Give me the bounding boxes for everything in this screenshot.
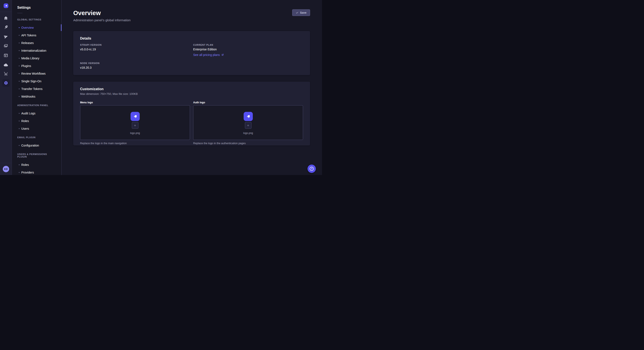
auth-logo-dropzone[interactable]: logo.png — [193, 105, 303, 140]
main-nav-rail: KD — [0, 0, 12, 175]
strapi-logo-icon — [246, 114, 251, 119]
sidebar-item-email-configuration[interactable]: Configuration — [12, 142, 61, 149]
sidebar-title: Settings — [17, 6, 61, 9]
sidebar-item-admin-roles[interactable]: Roles — [12, 117, 61, 125]
bullet-icon — [19, 58, 20, 59]
external-link-icon — [221, 54, 224, 56]
strapi-version-label: STRAPI VERSION — [80, 44, 102, 46]
bullet-icon — [19, 113, 20, 114]
customization-constraints: Max dimension: 750×750, Max file size: 1… — [80, 92, 303, 95]
sidebar-item-api-tokens[interactable]: API Tokens — [12, 31, 61, 39]
bullet-icon — [19, 128, 20, 129]
bullet-icon — [19, 65, 20, 66]
sidebar-item-media-library[interactable]: Media Library — [12, 54, 61, 62]
sidebar-item-review-workflows[interactable]: Review Workflows — [12, 70, 61, 77]
strapi-logo[interactable] — [4, 3, 8, 8]
auth-logo-hint: Replace the logo in the authentication p… — [193, 142, 303, 145]
current-plan-field: CURRENT PLAN Enterprise Edition — [193, 44, 217, 51]
paper-plane-icon[interactable] — [0, 34, 12, 39]
sidebar-item-internationalization[interactable]: Internationalization — [12, 47, 61, 54]
bullet-icon — [19, 73, 20, 74]
menu-logo-filename: logo.png — [130, 132, 140, 135]
strapi-logo-icon — [5, 4, 8, 7]
bullet-icon — [19, 50, 20, 51]
user-avatar[interactable]: KD — [3, 166, 9, 172]
sidebar-item-transfer-tokens[interactable]: Transfer Tokens — [12, 85, 61, 93]
sidebar-item-overview[interactable]: Overview — [12, 24, 61, 31]
bullet-icon — [19, 27, 20, 28]
menu-logo-preview — [130, 112, 140, 121]
sidebar-item-admin-users[interactable]: Users — [12, 125, 61, 133]
strapi-version-value: v5.0.0-rc.19 — [80, 48, 102, 51]
auth-logo-upload: Auth logo logo.png — [193, 101, 303, 145]
details-card: Details STRAPI VERSION v5.0.0-rc.19 CURR… — [73, 31, 310, 75]
current-plan-value: Enterprise Edition — [193, 48, 217, 51]
rail-divider-top — [0, 12, 12, 12]
bullet-icon — [19, 121, 20, 121]
media-library-icon[interactable] — [0, 43, 12, 49]
bullet-icon — [19, 172, 20, 173]
gear-icon — [4, 81, 8, 85]
page-title: Overview — [73, 9, 310, 16]
plus-icon — [246, 124, 250, 127]
help-button[interactable]: ? — [308, 165, 316, 173]
customization-card: Customization Max dimension: 750×750, Ma… — [73, 82, 310, 146]
page-header: Overview Administration panel’s global i… — [73, 0, 310, 22]
plus-icon — [134, 124, 136, 127]
cloud-icon[interactable] — [0, 62, 12, 68]
page-subtitle: Administration panel’s global informatio… — [73, 18, 310, 22]
bullet-icon — [19, 88, 20, 89]
auth-logo-label: Auth logo — [193, 101, 303, 104]
settings-nav-active[interactable] — [2, 79, 10, 87]
strapi-version-field: STRAPI VERSION v5.0.0-rc.19 — [80, 44, 102, 51]
sidebar-item-single-sign-on[interactable]: Single Sign-On — [12, 77, 61, 85]
menu-logo-label: Menu logo — [80, 101, 190, 104]
menu-logo-upload: Menu logo logo.png — [80, 101, 190, 145]
sidebar-item-audit-logs[interactable]: Audit Logs — [12, 110, 61, 117]
section-administration-panel: ADMINISTRATION PANEL — [17, 104, 56, 107]
auth-logo-filename: logo.png — [243, 132, 253, 135]
sidebar-item-up-roles[interactable]: Roles — [12, 161, 61, 169]
menu-logo-dropzone[interactable]: logo.png — [80, 105, 190, 140]
question-mark-icon: ? — [310, 167, 314, 171]
node-version-field: NODE VERSION v18.20.3 — [80, 62, 100, 69]
sidebar-item-plugins[interactable]: Plugins — [12, 62, 61, 70]
section-users-permissions-plugin: USERS & PERMISSIONS PLUGIN — [17, 153, 56, 158]
cart-icon[interactable] — [0, 71, 12, 77]
sidebar-item-up-providers[interactable]: Providers — [12, 169, 61, 175]
bullet-icon — [19, 35, 20, 36]
check-icon — [296, 11, 298, 14]
bullet-icon — [19, 145, 20, 146]
bullet-icon — [19, 81, 20, 82]
layout-icon[interactable] — [0, 52, 12, 58]
customization-card-title: Customization — [80, 87, 303, 91]
home-icon[interactable] — [0, 15, 12, 21]
current-plan-label: CURRENT PLAN — [193, 44, 217, 46]
sidebar-item-webhooks[interactable]: Webhooks — [12, 93, 61, 100]
save-button[interactable]: Save — [292, 9, 310, 16]
strapi-logo-icon — [132, 114, 138, 119]
section-global-settings: GLOBAL SETTINGS — [17, 18, 56, 21]
auth-logo-preview — [244, 112, 253, 121]
sidebar-title-divider — [17, 13, 22, 13]
logo-uploads-row: Menu logo logo.png — [80, 101, 303, 145]
bullet-icon — [19, 96, 20, 97]
strapi-admin-settings-page: KD Settings GLOBAL SETTINGS Overview API… — [0, 0, 322, 175]
settings-sidebar: Settings GLOBAL SETTINGS Overview API To… — [12, 0, 62, 175]
main-content: Overview Administration panel’s global i… — [62, 0, 322, 175]
add-menu-logo-button[interactable] — [132, 122, 138, 129]
pricing-plans-link[interactable]: See all pricing plans — [193, 53, 224, 57]
add-auth-logo-button[interactable] — [245, 122, 252, 129]
sidebar-item-releases[interactable]: Releases — [12, 39, 61, 47]
rail-divider-bottom — [0, 163, 12, 163]
bullet-icon — [19, 164, 20, 165]
bullet-icon — [19, 42, 20, 43]
node-version-label: NODE VERSION — [80, 62, 100, 64]
feather-icon[interactable] — [0, 24, 12, 30]
node-version-value: v18.20.3 — [80, 66, 100, 69]
section-email-plugin: EMAIL PLUGIN — [17, 136, 56, 139]
menu-logo-hint: Replace the logo in the main navigation — [80, 142, 190, 145]
details-card-title: Details — [80, 37, 91, 40]
